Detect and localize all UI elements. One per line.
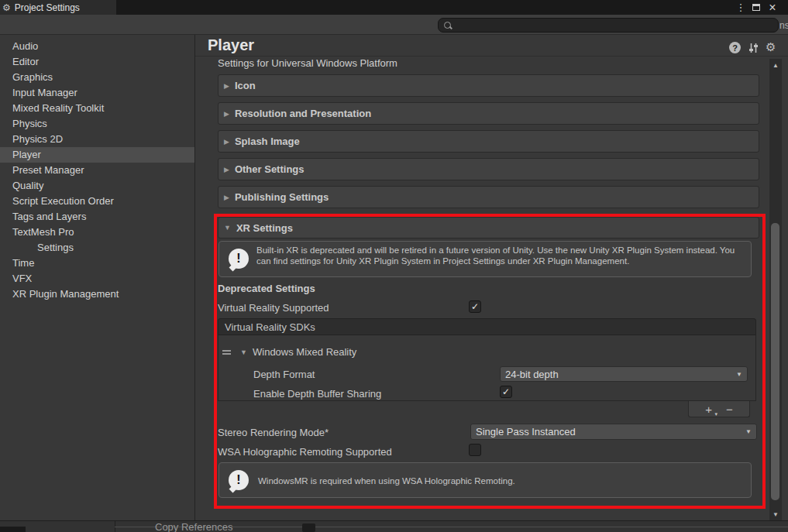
windows-mixed-reality-item[interactable]: Windows Mixed Reality bbox=[253, 346, 356, 358]
chevron-right-icon: ▶ bbox=[224, 110, 229, 118]
project-settings-tab[interactable]: ⚙ Project Settings bbox=[0, 0, 116, 15]
scroll-up-button[interactable]: ▲ bbox=[769, 62, 782, 69]
search-field[interactable] bbox=[438, 18, 779, 33]
virtual-reality-sdks-header: Virtual Reality SDKs bbox=[218, 318, 756, 335]
deprecation-helpbox: ! Built-in XR is deprecated and will be … bbox=[219, 241, 752, 277]
preset-icon bbox=[748, 43, 759, 53]
sdk-list-footer: + ▾ − bbox=[688, 401, 750, 417]
virtual-reality-supported-label: Virtual Reality Supported bbox=[218, 302, 329, 314]
chevron-right-icon: ▶ bbox=[224, 166, 229, 173]
chevron-down-icon: ▼ bbox=[224, 224, 231, 232]
dropdown-arrow-icon: ▼ bbox=[745, 428, 752, 435]
wsa-holographic-remoting-label: WSA Holographic Remoting Supported bbox=[218, 446, 392, 458]
background-corner bbox=[0, 527, 26, 532]
maximize-button[interactable] bbox=[749, 0, 763, 15]
chevron-right-icon: ▶ bbox=[224, 138, 229, 146]
plus-icon: + bbox=[705, 403, 712, 416]
remove-sdk-button[interactable]: − bbox=[726, 403, 733, 415]
wsa-warning-text: WindowsMR is required when using WSA Hol… bbox=[258, 475, 738, 486]
titlebar: ⚙ Project Settings ⋮ × bbox=[0, 0, 788, 15]
check-icon: ✓ bbox=[502, 386, 510, 397]
section-icon[interactable]: ▶ Icon bbox=[218, 74, 759, 97]
sidebar-item-graphics[interactable]: Graphics bbox=[0, 70, 194, 85]
wsa-warning-helpbox: ! WindowsMR is required when using WSA H… bbox=[219, 462, 752, 498]
depth-format-value: 24-bit depth bbox=[505, 369, 559, 380]
section-xr-settings[interactable]: ▼ XR Settings bbox=[218, 217, 759, 239]
search-icon bbox=[443, 21, 452, 30]
sidebar-item-tags-and-layers[interactable]: Tags and Layers bbox=[0, 209, 194, 225]
stereo-rendering-mode-value: Single Pass Instanced bbox=[476, 426, 576, 438]
sidebar-item-physics-2d[interactable]: Physics 2D bbox=[0, 132, 194, 147]
section-label: XR Settings bbox=[236, 222, 293, 234]
maximize-icon bbox=[752, 4, 760, 11]
help-icon: ? bbox=[729, 42, 741, 53]
warning-icon: ! bbox=[229, 249, 249, 269]
wsa-holographic-remoting-checkbox[interactable] bbox=[469, 444, 481, 456]
window-menu-button[interactable]: ⋮ bbox=[735, 0, 747, 15]
chevron-down-icon[interactable]: ▼ bbox=[240, 348, 247, 356]
virtual-reality-supported-checkbox[interactable]: ✓ bbox=[469, 300, 481, 313]
window-title: Project Settings bbox=[15, 2, 80, 13]
help-button[interactable]: ? bbox=[729, 42, 741, 53]
search-input[interactable] bbox=[456, 20, 773, 31]
chevron-right-icon: ▶ bbox=[224, 194, 229, 201]
sidebar-item-script-execution-order[interactable]: Script Execution Order bbox=[0, 194, 194, 209]
depth-format-label: Depth Format bbox=[253, 369, 315, 380]
project-settings-icon: ⚙ bbox=[2, 3, 11, 12]
sidebar-item-textmesh-pro[interactable]: TextMesh Pro bbox=[0, 225, 194, 240]
enable-depth-buffer-sharing-checkbox[interactable]: ✓ bbox=[500, 386, 512, 398]
sidebar-item-vfx[interactable]: VFX bbox=[0, 271, 194, 287]
sidebar-item-audio[interactable]: Audio bbox=[0, 39, 194, 54]
warning-icon: ! bbox=[229, 470, 249, 490]
section-label: Resolution and Presentation bbox=[235, 108, 371, 119]
plus-dropdown-icon: ▾ bbox=[714, 411, 717, 417]
scrollbar-thumb[interactable] bbox=[771, 223, 779, 500]
preset-button[interactable] bbox=[748, 43, 759, 53]
sidebar-item-physics[interactable]: Physics bbox=[0, 116, 194, 132]
section-label: Publishing Settings bbox=[235, 191, 329, 203]
sidebar-item-textmesh-settings[interactable]: Settings bbox=[0, 240, 194, 256]
dropdown-arrow-icon: ▼ bbox=[736, 371, 742, 378]
section-resolution-and-presentation[interactable]: ▶ Resolution and Presentation bbox=[218, 102, 759, 125]
sidebar-item-mixed-reality-toolkit[interactable]: Mixed Reality Toolkit bbox=[0, 101, 194, 116]
scroll-down-button[interactable]: ▼ bbox=[769, 511, 782, 518]
chevron-right-icon: ▶ bbox=[224, 82, 229, 90]
platform-caption: Settings for Universal Windows Platform bbox=[218, 57, 397, 69]
drag-handle-icon[interactable] bbox=[222, 350, 231, 355]
copy-references-menu-item[interactable]: Copy References bbox=[155, 521, 232, 532]
check-icon: ✓ bbox=[471, 301, 479, 312]
sidebar-item-quality[interactable]: Quality bbox=[0, 178, 194, 194]
section-label: Other Settings bbox=[235, 163, 305, 175]
depth-format-dropdown[interactable]: 24-bit depth ▼ bbox=[500, 366, 748, 382]
close-button[interactable]: × bbox=[766, 0, 779, 15]
sidebar-item-preset-manager[interactable]: Preset Manager bbox=[0, 163, 194, 178]
sidebar-item-input-manager[interactable]: Input Manager bbox=[0, 85, 194, 101]
section-label: Icon bbox=[235, 80, 256, 91]
settings-gear-button[interactable]: ⚙ bbox=[766, 40, 776, 54]
stereo-rendering-mode-dropdown[interactable]: Single Pass Instanced ▼ bbox=[470, 424, 757, 440]
toolbar bbox=[0, 15, 788, 35]
background-window-strip: Copy References bbox=[0, 520, 788, 532]
enable-depth-buffer-sharing-label: Enable Depth Buffer Sharing bbox=[253, 388, 381, 400]
sidebar-item-player[interactable]: Player bbox=[0, 147, 194, 163]
scrollview-top-border bbox=[195, 56, 788, 57]
section-other-settings[interactable]: ▶ Other Settings bbox=[218, 158, 759, 180]
sidebar-item-xr-plugin-management[interactable]: XR Plugin Management bbox=[0, 287, 194, 302]
sidebar-divider bbox=[194, 35, 195, 520]
section-publishing-settings[interactable]: ▶ Publishing Settings bbox=[218, 186, 759, 208]
section-splash-image[interactable]: ▶ Splash Image bbox=[218, 130, 759, 153]
background-thumbnail bbox=[302, 523, 315, 532]
page-title: Player bbox=[208, 36, 254, 54]
clipped-background-text: ns bbox=[779, 20, 788, 31]
section-label: Splash Image bbox=[235, 136, 300, 147]
stereo-rendering-mode-label: Stereo Rendering Mode* bbox=[218, 427, 329, 438]
add-sdk-button[interactable]: + ▾ bbox=[705, 403, 712, 415]
sdk-list-title: Virtual Reality SDKs bbox=[225, 321, 315, 333]
project-settings-window: ⚙ Project Settings ⋮ × ns Audio Editor G… bbox=[0, 0, 788, 532]
deprecated-settings-header: Deprecated Settings bbox=[218, 283, 315, 294]
sidebar-item-time[interactable]: Time bbox=[0, 256, 194, 271]
sidebar-item-editor[interactable]: Editor bbox=[0, 54, 194, 70]
deprecation-notice-text: Built-in XR is deprecated and will be re… bbox=[256, 245, 746, 266]
